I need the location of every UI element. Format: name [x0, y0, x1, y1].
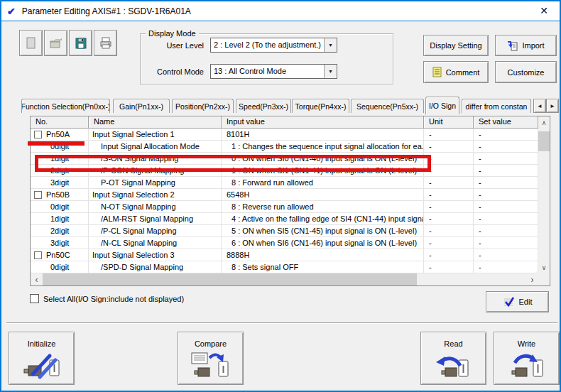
import-icon — [507, 40, 518, 51]
open-file-button[interactable] — [44, 30, 67, 56]
parameter-editing-window: ✔ Parameter Editing AXIS#1 : SGDV-1R6A01… — [0, 0, 561, 392]
parameter-number: 3digit — [50, 237, 69, 249]
table-row[interactable]: 3digitP-OT Signal Mapping8 : Forward run… — [31, 177, 538, 189]
edit-check-icon — [503, 297, 515, 307]
table-row[interactable]: 1digit/ALM-RST Signal Mapping4 : Active … — [31, 213, 538, 225]
write-button[interactable]: Write — [494, 332, 560, 385]
save-button[interactable] — [69, 30, 92, 56]
user-level-select[interactable]: 2 : Level 2 (To the adjustment.) ▼ — [210, 38, 337, 53]
column-header-unit[interactable]: Unit — [424, 116, 474, 129]
vertical-scrollbar-thumb[interactable] — [538, 131, 550, 151]
table-row[interactable]: 0digitN-OT Signal Mapping8 : Reverse run… — [31, 201, 538, 213]
cell-name: Input Signal Allocation Mode — [89, 141, 222, 153]
cell-name: N-OT Signal Mapping — [89, 201, 222, 213]
table-body: Pn50AInput Signal Selection 18101H--0dig… — [31, 129, 538, 273]
table-row[interactable]: Pn50BInput Signal Selection 26548H-- — [31, 189, 538, 201]
table-row[interactable]: 0digitInput Signal Allocation Mode1 : Ch… — [31, 141, 538, 153]
highlight-underline-annotation — [28, 141, 85, 146]
tab-differ-from-constan[interactable]: differ from constan — [462, 99, 531, 113]
scroll-down-button[interactable]: ∨ — [538, 261, 550, 273]
new-file-icon — [24, 36, 38, 50]
display-setting-button[interactable]: Display Setting — [423, 35, 489, 56]
control-mode-label: Control Mode — [147, 67, 204, 76]
cell-unit: - — [424, 261, 474, 273]
tab-scroll-right-button[interactable]: ► — [546, 99, 559, 113]
cell-no: Pn50C — [31, 249, 89, 261]
close-button[interactable]: ✕ — [528, 1, 560, 20]
edit-label: Edit — [519, 298, 533, 306]
select-all-checkbox[interactable] — [30, 294, 39, 303]
cell-no: 1digit — [31, 213, 89, 225]
horizontal-scrollbar[interactable]: ‹ › — [31, 273, 538, 285]
tab-gain-pn1xx[interactable]: Gain(Pn1xx-) — [113, 99, 170, 113]
row-checkbox[interactable] — [34, 131, 42, 138]
row-checkbox[interactable] — [34, 251, 42, 259]
horizontal-scrollbar-thumb[interactable] — [43, 273, 417, 285]
user-level-label: User Level — [147, 41, 204, 50]
cell-unit: - — [424, 237, 474, 249]
cell-name: /SPD-D Signal Mapping — [89, 261, 222, 273]
initialize-label: Initialize — [28, 339, 56, 348]
read-icon — [433, 352, 474, 380]
table-row[interactable]: 0digit/SPD-D Signal Mapping8 : Sets sign… — [31, 261, 538, 273]
tab-i-o-sign[interactable]: I/O Sign — [425, 97, 459, 114]
read-button[interactable]: Read — [420, 332, 486, 385]
table-row[interactable]: 2digit/P-CL Signal Mapping5 : ON when SI… — [31, 225, 538, 237]
dropdown-arrow-icon[interactable]: ▼ — [324, 65, 337, 78]
customize-button[interactable]: Customize — [495, 61, 557, 83]
tab-speed-pn3xx[interactable]: Speed(Pn3xx-) — [236, 99, 291, 113]
dropdown-arrow-icon[interactable]: ▼ — [324, 38, 337, 52]
cell-unit: - — [424, 225, 474, 237]
tab-scroll-left-button[interactable]: ◄ — [533, 99, 546, 113]
print-button[interactable] — [94, 30, 117, 56]
scroll-left-button[interactable]: ‹ — [31, 273, 43, 285]
vertical-scrollbar[interactable]: ∧ ∨ — [538, 116, 550, 273]
cell-set-value: - — [474, 165, 538, 177]
edit-button[interactable]: Edit — [486, 291, 549, 312]
parameter-number: 0digit — [50, 201, 69, 212]
tab-sequence-pn5xx[interactable]: Sequence(Pn5xx-) — [351, 99, 424, 113]
cell-name: Input Signal Selection 1 — [89, 129, 222, 141]
cell-set-value: - — [474, 141, 538, 153]
tab-function-selection-pn0xx[interactable]: Function Selection(Pn0xx-) — [21, 99, 110, 113]
cell-no: 0digit — [31, 261, 89, 273]
scroll-up-icon: ∧ — [542, 119, 547, 126]
cell-unit: - — [424, 213, 474, 225]
control-mode-select[interactable]: 13 : All Control Mode ▼ — [210, 64, 337, 79]
open-file-icon — [49, 36, 63, 50]
column-header-input-value[interactable]: Input value — [222, 116, 424, 129]
cell-input-value: 1 : Changes the sequence input signal al… — [222, 141, 424, 153]
compare-button[interactable]: Compare — [178, 332, 244, 385]
cell-set-value: - — [474, 237, 538, 249]
table-row[interactable]: Pn50AInput Signal Selection 18101H-- — [31, 129, 538, 141]
column-header-set-value[interactable]: Set value — [474, 116, 538, 129]
comment-icon — [432, 67, 442, 77]
column-header-no-[interactable]: No. — [31, 116, 89, 129]
initialize-button[interactable]: Initialize — [9, 332, 75, 385]
tab-next-icon: ► — [550, 103, 555, 109]
tab-position-pn2xx[interactable]: Position(Pn2xx-) — [172, 99, 234, 113]
comment-button[interactable]: Comment — [423, 61, 489, 83]
cell-input-value: 8 : Sets signal OFF — [222, 261, 424, 273]
column-header-name[interactable]: Name — [89, 116, 222, 129]
cell-set-value: - — [474, 189, 538, 201]
row-checkbox[interactable] — [34, 191, 42, 199]
cell-no: 3digit — [31, 177, 89, 189]
cell-input-value: 8101H — [222, 129, 424, 141]
new-file-button[interactable] — [19, 30, 43, 56]
title-bar[interactable]: ✔ Parameter Editing AXIS#1 : SGDV-1R6A01… — [1, 1, 560, 21]
table-row[interactable]: 3digit/N-CL Signal Mapping6 : ON when SI… — [31, 237, 538, 249]
scroll-right-button[interactable]: › — [526, 273, 538, 285]
cell-no: Pn50B — [31, 189, 89, 201]
cell-unit: - — [424, 129, 474, 141]
save-icon — [74, 36, 88, 50]
cell-unit: - — [424, 165, 474, 177]
compare-label: Compare — [195, 339, 227, 348]
tab-torque-pn4xx[interactable]: Torque(Pn4xx-) — [292, 99, 349, 113]
import-button[interactable]: Import — [495, 35, 557, 56]
scroll-up-button[interactable]: ∧ — [538, 116, 550, 129]
read-label: Read — [444, 339, 462, 348]
cell-no: Pn50A — [31, 129, 89, 141]
app-check-icon: ✔ — [7, 6, 16, 16]
table-row[interactable]: Pn50CInput Signal Selection 38888H-- — [31, 249, 538, 261]
